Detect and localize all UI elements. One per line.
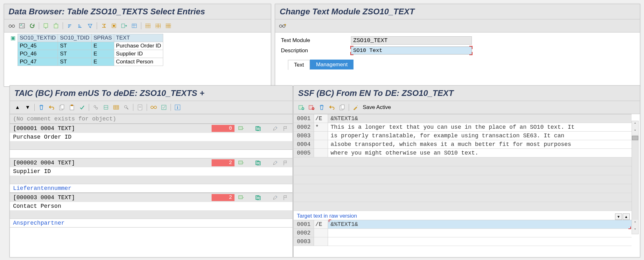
add-line-icon[interactable] bbox=[297, 103, 306, 112]
sort-desc-icon[interactable] bbox=[75, 21, 84, 30]
down-icon[interactable]: ▼ bbox=[23, 103, 32, 112]
ssf-line[interactable]: 0003 is properly translatable, for examp… bbox=[294, 132, 632, 140]
svg-point-1 bbox=[12, 25, 15, 27]
svg-point-12 bbox=[279, 25, 282, 27]
description-field[interactable] bbox=[351, 47, 472, 54]
taic-code: [000001 0004 TEXT] bbox=[13, 125, 209, 132]
trash-icon[interactable] bbox=[37, 103, 46, 112]
save-active-label[interactable]: Save Active bbox=[363, 104, 391, 111]
refresh-icon[interactable] bbox=[28, 21, 37, 30]
insert-icon[interactable] bbox=[237, 194, 245, 201]
check-icon[interactable] bbox=[78, 103, 87, 112]
ssf-line[interactable]: 0001 /E &%TEXT1& bbox=[294, 114, 632, 123]
edit-icon[interactable] bbox=[271, 125, 279, 132]
ssf-line[interactable]: 0001 /E &%TEXT1& bbox=[294, 220, 632, 229]
up-icon[interactable]: ▲ bbox=[13, 103, 22, 112]
copy-source-icon[interactable] bbox=[254, 194, 262, 201]
filter-icon[interactable] bbox=[86, 21, 94, 30]
copy-icon[interactable] bbox=[57, 103, 66, 112]
databrowser-toolbar bbox=[4, 19, 271, 32]
glasses-icon[interactable] bbox=[7, 21, 16, 30]
grid-icon-2[interactable] bbox=[154, 21, 163, 30]
paste-icon[interactable] bbox=[67, 103, 76, 112]
flag-icon[interactable] bbox=[282, 125, 289, 132]
append-row-icon[interactable] bbox=[52, 21, 60, 30]
check-icon-2[interactable] bbox=[159, 103, 168, 112]
remove-line-icon[interactable] bbox=[307, 103, 316, 112]
insert-icon[interactable] bbox=[237, 125, 245, 132]
columns-icon[interactable] bbox=[130, 21, 139, 30]
export-icon[interactable] bbox=[120, 21, 129, 30]
ssf-line[interactable]: 0004 alsobe transported, which makes it … bbox=[294, 140, 632, 149]
flag-icon[interactable] bbox=[282, 194, 289, 201]
table-row[interactable]: PO_47 ST E Contact Person bbox=[9, 58, 163, 66]
flag-icon[interactable] bbox=[282, 159, 289, 166]
ssf-scrollbar[interactable]: ˄ ˅ ˄ ˅ bbox=[632, 121, 639, 234]
change-title: Change Text Module ZSO10_TEXT bbox=[275, 4, 640, 19]
glasses-icon-2[interactable] bbox=[149, 103, 158, 112]
col-text[interactable]: TEXT bbox=[114, 34, 163, 42]
scroll-down-icon[interactable]: ˅ bbox=[632, 128, 638, 135]
databrowser-title: Data Browser: Table ZSO10_TEXTS Select E… bbox=[4, 4, 271, 19]
undo-icon[interactable] bbox=[47, 103, 56, 112]
ssf-line[interactable]: 0002 bbox=[294, 229, 632, 237]
col-tdid[interactable]: SO10_TDID bbox=[58, 34, 92, 42]
dropdown-icon[interactable]: ▼ bbox=[615, 213, 622, 220]
scroll-down-icon-2[interactable]: ˅ bbox=[632, 227, 638, 234]
ssf-target-label: Target text in raw version bbox=[297, 213, 628, 219]
svg-rect-4 bbox=[54, 24, 58, 28]
databrowser-table: ▣ SO10_TEXTID SO10_TDID SPRAS TEXT PO_45… bbox=[9, 34, 163, 66]
taic-comment: (No comment exists for object) bbox=[10, 114, 292, 124]
edit-icon[interactable] bbox=[271, 194, 279, 201]
insert-row-icon[interactable] bbox=[41, 21, 50, 30]
ssf-line[interactable]: 0003 bbox=[294, 237, 632, 246]
tool-icon-2[interactable] bbox=[102, 103, 110, 112]
pencil-icon[interactable] bbox=[351, 103, 360, 112]
col-textid[interactable]: SO10_TEXTID bbox=[18, 34, 58, 42]
edit-icon[interactable] bbox=[271, 159, 279, 166]
taic-translation: Ansprechpartner bbox=[10, 219, 292, 227]
copy-source-icon[interactable] bbox=[254, 159, 262, 166]
tool-icon-1[interactable] bbox=[91, 103, 100, 112]
svg-rect-26 bbox=[162, 105, 166, 110]
doc-icon[interactable] bbox=[136, 103, 144, 112]
grid-icon-3[interactable] bbox=[164, 21, 173, 30]
glasses-edit-icon[interactable] bbox=[278, 21, 287, 30]
grid-icon-1[interactable] bbox=[144, 21, 152, 30]
svg-rect-43 bbox=[341, 105, 344, 109]
tool-icon-3[interactable] bbox=[112, 103, 121, 112]
copy-icon[interactable] bbox=[338, 103, 346, 112]
insert-icon[interactable] bbox=[237, 159, 245, 166]
ssf-line[interactable]: 0005 where you might otherwise use an SO… bbox=[294, 149, 632, 157]
ssf-target-editor: 0001 /E &%TEXT1& 0002 0003 bbox=[294, 220, 632, 246]
checklist-icon[interactable] bbox=[18, 21, 26, 30]
taic-target-input[interactable] bbox=[10, 210, 292, 219]
table-row[interactable]: PO_45 ST E Purchase Order ID bbox=[9, 42, 163, 50]
taic-target-input[interactable] bbox=[10, 176, 292, 184]
sum-icon[interactable] bbox=[99, 21, 108, 30]
taic-code: [000002 0004 TEXT] bbox=[13, 160, 209, 166]
copy-source-icon[interactable] bbox=[254, 125, 262, 132]
up-nav-icon[interactable]: ▲ bbox=[623, 213, 630, 220]
info-icon[interactable]: i bbox=[173, 103, 182, 112]
svg-rect-21 bbox=[114, 105, 119, 109]
table-row[interactable]: PO_46 ST E Supplier ID bbox=[9, 50, 163, 58]
tab-text[interactable]: Text bbox=[288, 60, 310, 70]
scroll-up-icon[interactable]: ˄ bbox=[632, 121, 638, 128]
tab-management[interactable]: Management bbox=[310, 60, 354, 69]
svg-rect-35 bbox=[239, 196, 242, 199]
svg-point-13 bbox=[283, 25, 285, 27]
trash-icon[interactable] bbox=[317, 103, 326, 112]
svg-rect-3 bbox=[44, 24, 48, 27]
undo-icon[interactable] bbox=[327, 103, 336, 112]
tool-icon-4[interactable] bbox=[122, 103, 131, 112]
sort-asc-icon[interactable] bbox=[65, 21, 74, 30]
col-spras[interactable]: SPRAS bbox=[91, 34, 114, 42]
svg-rect-6 bbox=[113, 25, 115, 27]
detail-icon[interactable] bbox=[109, 21, 118, 30]
scroll-up-icon-2[interactable]: ˄ bbox=[632, 220, 638, 227]
taic-source: Purchase Order ID bbox=[10, 133, 292, 141]
ssf-line[interactable]: 0002 * This is a longer text that you ca… bbox=[294, 123, 632, 132]
taic-target-input[interactable] bbox=[10, 141, 292, 149]
svg-point-22 bbox=[124, 105, 127, 108]
